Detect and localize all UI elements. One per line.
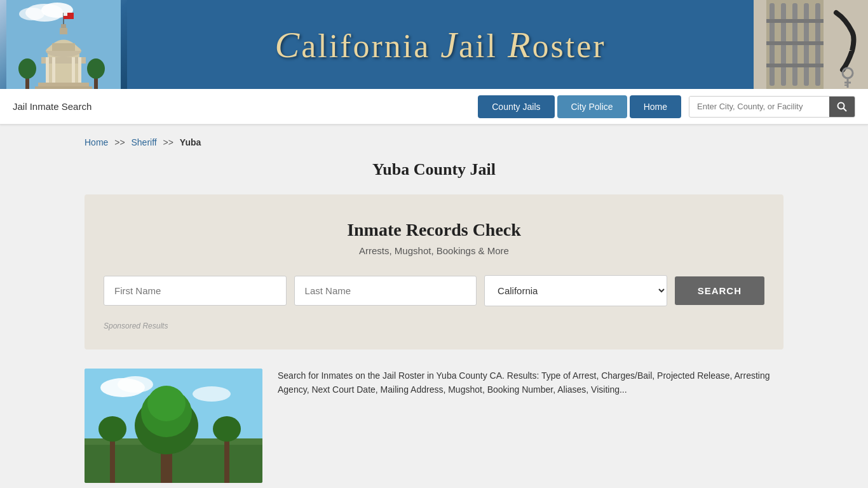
svg-rect-16 [78, 57, 81, 86]
svg-rect-12 [64, 13, 67, 16]
svg-point-22 [87, 58, 105, 79]
svg-point-52 [98, 416, 126, 442]
city-police-button[interactable]: City Police [557, 95, 627, 118]
breadcrumb: Home >> Sheriff >> Yuba [85, 137, 783, 147]
svg-rect-15 [72, 57, 75, 86]
breadcrumb-sep-2: >> [163, 137, 173, 147]
navbar: Jail Inmate Search County Jails City Pol… [0, 89, 868, 125]
inmate-search-button[interactable]: SEARCH [675, 276, 764, 305]
sponsored-label: Sponsored Results [104, 322, 764, 330]
svg-rect-7 [52, 43, 75, 51]
header-banner: California Jail Roster [0, 0, 868, 89]
last-name-input[interactable] [294, 276, 477, 306]
county-jails-button[interactable]: County Jails [478, 95, 554, 118]
svg-point-3 [19, 8, 44, 20]
svg-point-37 [838, 102, 844, 109]
svg-point-42 [193, 386, 231, 402]
svg-rect-30 [766, 19, 824, 23]
home-button[interactable]: Home [630, 95, 681, 118]
svg-rect-13 [46, 57, 49, 86]
svg-point-50 [213, 416, 241, 442]
first-name-input[interactable] [104, 276, 287, 306]
bottom-image [85, 369, 262, 483]
svg-point-41 [118, 376, 153, 393]
svg-point-20 [18, 58, 36, 79]
breadcrumb-sep-1: >> [114, 137, 125, 147]
svg-line-38 [844, 108, 847, 111]
breadcrumb-current: Yuba [180, 137, 201, 147]
svg-rect-32 [766, 64, 824, 67]
bottom-section: Search for Inmates on the Jail Roster in… [85, 369, 783, 483]
header-banner-left [0, 0, 127, 89]
svg-rect-9 [61, 24, 66, 28]
svg-rect-14 [52, 57, 55, 86]
svg-rect-8 [60, 28, 67, 34]
bottom-description: Search for Inmates on the Jail Roster in… [278, 369, 783, 397]
jail-door-illustration [754, 0, 868, 89]
records-box: Inmate Records Check Arrests, Mugshot, B… [85, 194, 783, 349]
navbar-search-bar [689, 96, 855, 118]
navbar-search-button[interactable] [829, 97, 855, 117]
county-photo [85, 369, 262, 483]
header-title: California Jail Roster [275, 24, 606, 66]
records-subtitle: Arrests, Mugshot, Bookings & More [104, 245, 764, 256]
header-title-text: California Jail Roster [275, 28, 606, 64]
navbar-buttons: County Jails City Police Home [478, 95, 681, 118]
search-icon [837, 102, 847, 112]
navbar-brand: Jail Inmate Search [13, 101, 92, 112]
inmate-search-form: AlabamaAlaskaArizonaArkansasCaliforniaCo… [104, 275, 764, 306]
svg-rect-31 [766, 41, 824, 45]
breadcrumb-sheriff[interactable]: Sheriff [132, 137, 157, 147]
page-title: Yuba County Jail [85, 160, 783, 179]
navbar-search-input[interactable] [689, 97, 829, 116]
svg-point-48 [147, 386, 186, 421]
capitol-illustration [6, 0, 121, 89]
records-title: Inmate Records Check [104, 220, 764, 240]
svg-rect-18 [35, 86, 92, 89]
header-banner-right [754, 0, 868, 89]
svg-rect-17 [38, 83, 89, 86]
main-content: Home >> Sheriff >> Yuba Yuba County Jail… [72, 125, 796, 488]
header-banner-center: California Jail Roster [127, 0, 754, 89]
breadcrumb-home[interactable]: Home [85, 137, 108, 147]
state-select[interactable]: AlabamaAlaskaArizonaArkansasCaliforniaCo… [484, 275, 667, 306]
